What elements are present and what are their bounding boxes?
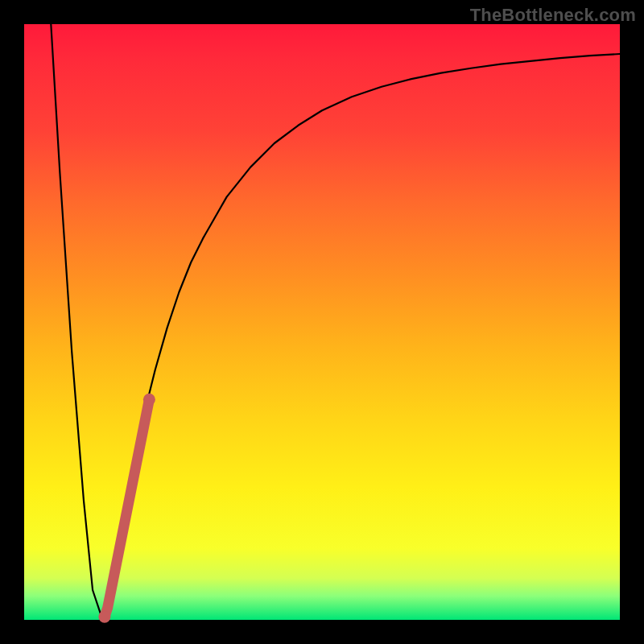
chart-frame: TheBottleneck.com: [0, 0, 644, 644]
watermark-text: TheBottleneck.com: [470, 5, 636, 26]
plot-area: [24, 24, 620, 620]
